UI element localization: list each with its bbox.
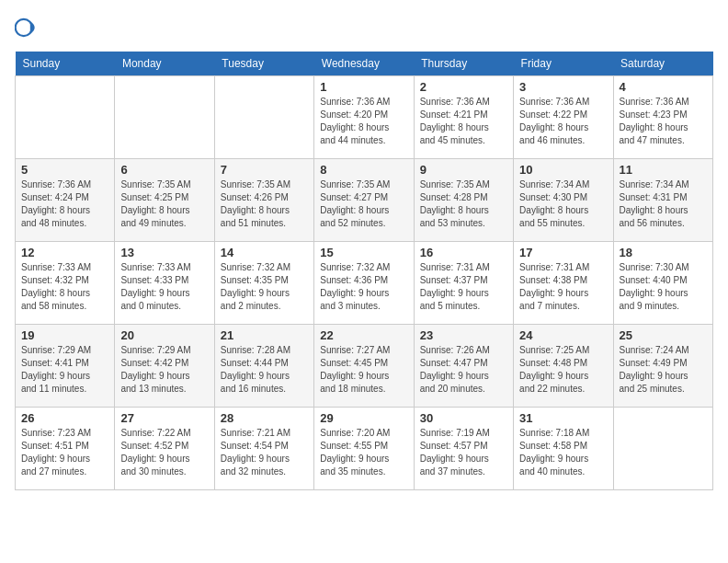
- day-number: 25: [620, 328, 707, 342]
- calendar-week-row: 12Sunrise: 7:33 AM Sunset: 4:32 PM Dayli…: [16, 242, 713, 325]
- day-detail: Sunrise: 7:29 AM Sunset: 4:41 PM Dayligh…: [21, 344, 108, 396]
- calendar-day-cell: 7Sunrise: 7:35 AM Sunset: 4:26 PM Daylig…: [214, 159, 313, 242]
- column-header-wednesday: Wednesday: [314, 52, 414, 76]
- column-header-saturday: Saturday: [613, 52, 712, 76]
- calendar-day-cell: 14Sunrise: 7:32 AM Sunset: 4:35 PM Dayli…: [214, 242, 313, 325]
- day-number: 9: [420, 163, 507, 177]
- calendar-day-cell: 19Sunrise: 7:29 AM Sunset: 4:41 PM Dayli…: [16, 325, 115, 408]
- day-detail: Sunrise: 7:18 AM Sunset: 4:58 PM Dayligh…: [519, 427, 607, 478]
- day-detail: Sunrise: 7:19 AM Sunset: 4:57 PM Dayligh…: [420, 427, 507, 478]
- empty-cell: [613, 408, 712, 490]
- day-detail: Sunrise: 7:25 AM Sunset: 4:48 PM Dayligh…: [519, 344, 607, 396]
- day-number: 2: [420, 80, 507, 94]
- empty-cell: [115, 76, 214, 159]
- day-number: 27: [120, 411, 208, 425]
- calendar-day-cell: 11Sunrise: 7:34 AM Sunset: 4:31 PM Dayli…: [613, 159, 712, 242]
- empty-cell: [16, 76, 115, 159]
- day-number: 8: [320, 163, 407, 177]
- day-number: 4: [620, 80, 707, 94]
- day-detail: Sunrise: 7:23 AM Sunset: 4:51 PM Dayligh…: [21, 427, 108, 478]
- calendar-day-cell: 21Sunrise: 7:28 AM Sunset: 4:44 PM Dayli…: [214, 325, 313, 408]
- day-number: 17: [519, 246, 607, 259]
- calendar-day-cell: 20Sunrise: 7:29 AM Sunset: 4:42 PM Dayli…: [115, 325, 214, 408]
- day-number: 6: [120, 163, 208, 177]
- page-header: [15, 15, 713, 40]
- day-number: 7: [221, 163, 308, 177]
- calendar-day-cell: 29Sunrise: 7:20 AM Sunset: 4:55 PM Dayli…: [314, 408, 414, 490]
- calendar-day-cell: 9Sunrise: 7:35 AM Sunset: 4:28 PM Daylig…: [414, 159, 513, 242]
- calendar-day-cell: 17Sunrise: 7:31 AM Sunset: 4:38 PM Dayli…: [514, 242, 613, 325]
- calendar-week-row: 5Sunrise: 7:36 AM Sunset: 4:24 PM Daylig…: [16, 159, 713, 242]
- day-detail: Sunrise: 7:36 AM Sunset: 4:21 PM Dayligh…: [420, 96, 507, 147]
- calendar-week-row: 1Sunrise: 7:36 AM Sunset: 4:20 PM Daylig…: [16, 76, 713, 159]
- day-number: 13: [120, 246, 208, 259]
- day-detail: Sunrise: 7:20 AM Sunset: 4:55 PM Dayligh…: [320, 427, 407, 478]
- day-number: 22: [320, 328, 407, 342]
- day-number: 18: [620, 246, 707, 259]
- day-detail: Sunrise: 7:36 AM Sunset: 4:23 PM Dayligh…: [620, 96, 707, 147]
- day-number: 24: [519, 328, 607, 342]
- day-detail: Sunrise: 7:31 AM Sunset: 4:38 PM Dayligh…: [519, 261, 607, 313]
- day-detail: Sunrise: 7:22 AM Sunset: 4:52 PM Dayligh…: [120, 427, 208, 478]
- svg-point-0: [16, 19, 32, 36]
- day-number: 5: [21, 163, 108, 177]
- day-detail: Sunrise: 7:34 AM Sunset: 4:31 PM Dayligh…: [620, 178, 707, 230]
- day-number: 23: [420, 328, 507, 342]
- day-detail: Sunrise: 7:32 AM Sunset: 4:36 PM Dayligh…: [320, 261, 407, 313]
- column-header-thursday: Thursday: [414, 52, 513, 76]
- calendar-day-cell: 25Sunrise: 7:24 AM Sunset: 4:49 PM Dayli…: [613, 325, 712, 408]
- calendar-day-cell: 30Sunrise: 7:19 AM Sunset: 4:57 PM Dayli…: [414, 408, 513, 490]
- calendar-day-cell: 24Sunrise: 7:25 AM Sunset: 4:48 PM Dayli…: [514, 325, 613, 408]
- day-number: 31: [519, 411, 607, 425]
- empty-cell: [214, 76, 313, 159]
- day-detail: Sunrise: 7:28 AM Sunset: 4:44 PM Dayligh…: [221, 344, 308, 396]
- day-number: 30: [420, 411, 507, 425]
- logo: [15, 15, 44, 40]
- calendar-day-cell: 3Sunrise: 7:36 AM Sunset: 4:22 PM Daylig…: [514, 76, 613, 159]
- calendar-table: SundayMondayTuesdayWednesdayThursdayFrid…: [15, 52, 713, 490]
- calendar-day-cell: 8Sunrise: 7:35 AM Sunset: 4:27 PM Daylig…: [314, 159, 414, 242]
- column-header-tuesday: Tuesday: [214, 52, 313, 76]
- day-detail: Sunrise: 7:30 AM Sunset: 4:40 PM Dayligh…: [620, 261, 707, 313]
- day-detail: Sunrise: 7:33 AM Sunset: 4:32 PM Dayligh…: [21, 261, 108, 313]
- calendar-day-cell: 15Sunrise: 7:32 AM Sunset: 4:36 PM Dayli…: [314, 242, 414, 325]
- day-number: 11: [620, 163, 707, 177]
- day-detail: Sunrise: 7:27 AM Sunset: 4:45 PM Dayligh…: [320, 344, 407, 396]
- column-header-sunday: Sunday: [16, 52, 115, 76]
- day-detail: Sunrise: 7:36 AM Sunset: 4:20 PM Dayligh…: [320, 96, 407, 147]
- calendar-day-cell: 10Sunrise: 7:34 AM Sunset: 4:30 PM Dayli…: [514, 159, 613, 242]
- calendar-day-cell: 23Sunrise: 7:26 AM Sunset: 4:47 PM Dayli…: [414, 325, 513, 408]
- day-number: 19: [21, 328, 108, 342]
- day-detail: Sunrise: 7:35 AM Sunset: 4:28 PM Dayligh…: [420, 178, 507, 230]
- day-detail: Sunrise: 7:35 AM Sunset: 4:26 PM Dayligh…: [221, 178, 308, 230]
- day-detail: Sunrise: 7:36 AM Sunset: 4:24 PM Dayligh…: [21, 178, 108, 230]
- day-number: 20: [120, 328, 208, 342]
- calendar-week-row: 19Sunrise: 7:29 AM Sunset: 4:41 PM Dayli…: [16, 325, 713, 408]
- day-detail: Sunrise: 7:26 AM Sunset: 4:47 PM Dayligh…: [420, 344, 507, 396]
- calendar-day-cell: 27Sunrise: 7:22 AM Sunset: 4:52 PM Dayli…: [115, 408, 214, 490]
- calendar-day-cell: 28Sunrise: 7:21 AM Sunset: 4:54 PM Dayli…: [214, 408, 313, 490]
- day-number: 15: [320, 246, 407, 259]
- calendar-day-cell: 31Sunrise: 7:18 AM Sunset: 4:58 PM Dayli…: [514, 408, 613, 490]
- day-detail: Sunrise: 7:34 AM Sunset: 4:30 PM Dayligh…: [519, 178, 607, 230]
- day-number: 21: [221, 328, 308, 342]
- calendar-day-cell: 22Sunrise: 7:27 AM Sunset: 4:45 PM Dayli…: [314, 325, 414, 408]
- day-detail: Sunrise: 7:32 AM Sunset: 4:35 PM Dayligh…: [221, 261, 308, 313]
- calendar-day-cell: 1Sunrise: 7:36 AM Sunset: 4:20 PM Daylig…: [314, 76, 414, 159]
- calendar-day-cell: 16Sunrise: 7:31 AM Sunset: 4:37 PM Dayli…: [414, 242, 513, 325]
- column-header-monday: Monday: [115, 52, 214, 76]
- calendar-day-cell: 13Sunrise: 7:33 AM Sunset: 4:33 PM Dayli…: [115, 242, 214, 325]
- day-detail: Sunrise: 7:36 AM Sunset: 4:22 PM Dayligh…: [519, 96, 607, 147]
- day-number: 3: [519, 80, 607, 94]
- day-detail: Sunrise: 7:21 AM Sunset: 4:54 PM Dayligh…: [221, 427, 308, 478]
- calendar-header-row: SundayMondayTuesdayWednesdayThursdayFrid…: [16, 52, 713, 76]
- day-number: 14: [221, 246, 308, 259]
- day-number: 12: [21, 246, 108, 259]
- calendar-day-cell: 4Sunrise: 7:36 AM Sunset: 4:23 PM Daylig…: [613, 76, 712, 159]
- column-header-friday: Friday: [514, 52, 613, 76]
- day-number: 1: [320, 80, 407, 94]
- day-detail: Sunrise: 7:31 AM Sunset: 4:37 PM Dayligh…: [420, 261, 507, 313]
- day-detail: Sunrise: 7:29 AM Sunset: 4:42 PM Dayligh…: [120, 344, 208, 396]
- calendar-day-cell: 12Sunrise: 7:33 AM Sunset: 4:32 PM Dayli…: [16, 242, 115, 325]
- day-detail: Sunrise: 7:35 AM Sunset: 4:25 PM Dayligh…: [120, 178, 208, 230]
